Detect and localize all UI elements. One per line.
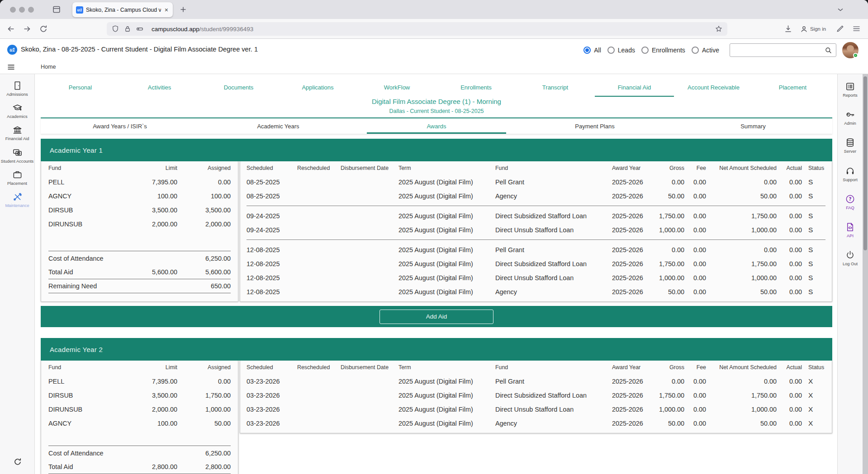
award-row[interactable]: 12-08-20252025 August (Digital Film)Dire… [247, 257, 825, 271]
subtab-summary[interactable]: Summary [674, 118, 832, 134]
cell: X [802, 391, 825, 399]
cell: 0.00 [777, 406, 802, 413]
fund-row[interactable]: PELL7,395.000.00 [48, 175, 231, 189]
tab-personal[interactable]: Personal [41, 79, 120, 97]
tab-activities[interactable]: Activities [120, 79, 199, 97]
sidebar-item-financial-aid[interactable]: Financial Aid [0, 125, 34, 141]
sidebar-item-api[interactable]: API [838, 222, 863, 238]
tab-financial-aid[interactable]: Financial Aid [595, 79, 674, 97]
fund-row[interactable]: DIRSUB3,500.001,750.00 [48, 388, 231, 402]
filter-option-all[interactable]: All [583, 47, 601, 54]
award-row[interactable]: 03-23-20262025 August (Digital Film)Dire… [247, 388, 825, 402]
disbursement-group: 08-25-20252025 August (Digital Film)Pell… [247, 175, 825, 206]
subtab-award-years-isir-s[interactable]: Award Years / ISIR`s [41, 118, 199, 134]
disbursement-group: 09-24-20252025 August (Digital Film)Dire… [247, 206, 825, 239]
tab-workflow[interactable]: WorkFlow [357, 79, 436, 97]
filter-option-enrollments[interactable]: Enrollments [641, 47, 685, 54]
award-row[interactable]: 12-08-20252025 August (Digital Film)Dire… [247, 271, 825, 285]
fund-row[interactable]: DIRUNSUB2,000.001,000.00 [48, 402, 231, 416]
award-row[interactable]: 03-23-20262025 August (Digital Film)Dire… [247, 402, 825, 416]
close-window-button[interactable] [10, 7, 16, 13]
radio-all[interactable] [583, 47, 591, 54]
award-row[interactable]: 09-24-20252025 August (Digital Film)Dire… [247, 209, 825, 223]
fund-row[interactable]: AGNCY100.0050.00 [48, 416, 231, 430]
award-row[interactable]: 08-25-20252025 August (Digital Film)Agen… [247, 189, 825, 203]
sidebar-item-admin[interactable]: Admin [838, 109, 863, 126]
subtab-awards[interactable]: Awards [357, 118, 516, 134]
sign-in-button[interactable]: Sign in [800, 23, 826, 34]
award-row[interactable]: 08-25-20252025 August (Digital Film)Pell… [247, 175, 825, 189]
tab-applications[interactable]: Applications [278, 79, 357, 97]
sidebar-item-admissions[interactable]: Admissions [0, 80, 34, 97]
lock-icon[interactable] [123, 25, 132, 33]
bookmark-star-icon[interactable] [715, 25, 723, 33]
tab-account-receivable[interactable]: Account Receivable [674, 79, 753, 97]
sidebar-item-maintenance[interactable]: Maintenance [0, 192, 34, 208]
tab-transcript[interactable]: Transcript [516, 79, 595, 97]
sidebar-item-label: Log Out [843, 262, 858, 266]
edit-pen-icon[interactable] [835, 24, 845, 33]
forward-button[interactable] [22, 24, 32, 34]
sidebar-item-reports[interactable]: Reports [838, 81, 863, 98]
tools-icon [12, 192, 23, 202]
menu-hamburger-icon[interactable] [6, 62, 16, 72]
add-aid-button[interactable]: Add Aid [379, 310, 493, 324]
tab-documents[interactable]: Documents [199, 79, 278, 97]
breadcrumb[interactable]: Home [41, 64, 56, 70]
tab-placement[interactable]: Placement [753, 79, 832, 97]
award-row[interactable]: 09-24-20252025 August (Digital Film)Dire… [247, 223, 825, 237]
award-row[interactable]: 12-08-20252025 August (Digital Film)Pell… [247, 243, 825, 257]
radio-leads[interactable] [607, 47, 615, 54]
column-header: Actual [777, 165, 802, 171]
subtab-payment-plans[interactable]: Payment Plans [516, 118, 674, 134]
sidebar-item-server[interactable]: Server [838, 137, 863, 154]
cell: 2025 August (Digital Film) [398, 226, 495, 234]
sidebar-item-student-accounts[interactable]: $Student Accounts [0, 147, 34, 164]
fund-row[interactable]: DIRUNSUB2,000.002,000.00 [48, 217, 231, 231]
back-button[interactable] [6, 24, 16, 34]
list-tabs-chevron-icon[interactable] [836, 5, 845, 14]
browser-toolbar: campuscloud.app/student/999936493 Sign i… [0, 19, 868, 39]
minimize-window-button[interactable] [19, 7, 25, 13]
sidebar-item-placement[interactable]: Placement [0, 169, 34, 186]
scrollbar-thumb[interactable] [863, 76, 867, 250]
fund-row[interactable]: DIRSUB3,500.003,500.00 [48, 203, 231, 217]
award-row[interactable]: 03-23-20262025 August (Digital Film)Pell… [247, 374, 825, 388]
tab-close-icon[interactable]: × [164, 6, 169, 14]
new-tab-button[interactable] [178, 5, 188, 14]
schedule-table-header-row: ScheduledRescheduledDisbursement DateTer… [247, 161, 825, 175]
radio-enrollments[interactable] [641, 47, 649, 54]
award-row[interactable]: 12-08-20252025 August (Digital Film)Agen… [247, 285, 825, 299]
reload-button[interactable] [38, 24, 48, 34]
fund-row[interactable]: PELL7,395.000.00 [48, 374, 231, 388]
refresh-icon[interactable] [13, 457, 23, 467]
sidebar-item-log-out[interactable]: Log Out [838, 250, 863, 266]
app-menu-icon[interactable] [852, 24, 861, 33]
sidebar-item-faq[interactable]: ?FAQ [838, 194, 863, 210]
search-box[interactable] [730, 43, 836, 57]
fund-row[interactable]: AGNCY100.00100.00 [48, 189, 231, 203]
cell: Agency [495, 288, 612, 296]
url-bar[interactable]: campuscloud.app/student/999936493 [107, 22, 727, 36]
downloads-icon[interactable] [783, 24, 793, 33]
firefox-view-icon[interactable] [52, 5, 62, 14]
search-input[interactable] [730, 44, 824, 56]
cell: 1,750.00 [706, 392, 777, 399]
permissions-icon[interactable] [136, 25, 144, 33]
page-scrollbar[interactable] [863, 74, 868, 474]
filter-option-active[interactable]: Active [692, 47, 719, 54]
search-icon[interactable] [824, 46, 833, 55]
url-text[interactable]: campuscloud.app/student/999936493 [152, 26, 715, 33]
cell: AGNCY [48, 192, 116, 200]
browser-tab[interactable]: u1 Skoko, Zina - Campus Cloud v2 × [72, 2, 173, 17]
section-header-bar: Academic Year 1 [41, 139, 832, 161]
radio-active[interactable] [692, 47, 699, 54]
tracking-protection-shield-icon[interactable] [111, 25, 119, 33]
sidebar-item-academics[interactable]: Academics [0, 103, 34, 119]
zoom-window-button[interactable] [28, 7, 34, 13]
subtab-academic-years[interactable]: Academic Years [199, 118, 357, 134]
sidebar-item-support[interactable]: Support [838, 166, 863, 182]
filter-option-leads[interactable]: Leads [607, 47, 635, 54]
tab-enrollments[interactable]: Enrollments [436, 79, 516, 97]
award-row[interactable]: 03-23-20262025 August (Digital Film)Agen… [247, 416, 825, 430]
